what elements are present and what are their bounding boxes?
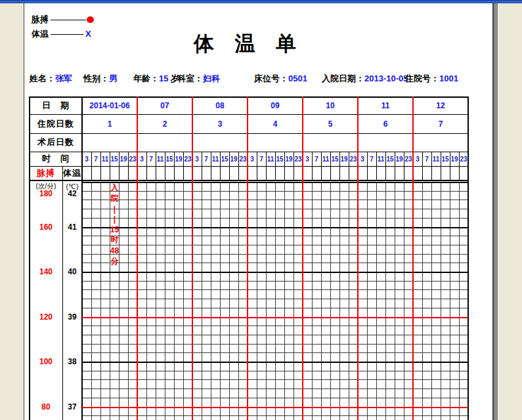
time-cell: 23 bbox=[183, 153, 192, 165]
time-cell: 15 bbox=[385, 153, 395, 165]
hospital-days-row-label: 住院日数 bbox=[30, 114, 82, 133]
time-cell: 7 bbox=[146, 153, 156, 165]
time-cell: 3 bbox=[413, 153, 422, 165]
grid-hline bbox=[82, 308, 468, 308]
grid-hline bbox=[82, 398, 468, 398]
grid-hline bbox=[82, 254, 468, 255]
pulse-scale-value: 120 bbox=[30, 312, 62, 322]
time-cell: 11 bbox=[321, 153, 330, 165]
postop-days-cell bbox=[137, 133, 192, 152]
date-cell: 10 bbox=[303, 96, 358, 114]
admission-note-char: 15 bbox=[110, 225, 120, 235]
patient-field-value: 男 bbox=[109, 74, 118, 83]
reference-red-line bbox=[82, 407, 468, 408]
date-cell: 12 bbox=[413, 96, 468, 114]
patient-field-value: 2013-10-05 bbox=[364, 74, 408, 83]
time-cell: 23 bbox=[459, 153, 468, 165]
date-cell: 08 bbox=[192, 96, 248, 114]
time-cell: 15 bbox=[441, 153, 450, 165]
grid-hline bbox=[82, 262, 468, 263]
time-cell: 23 bbox=[404, 153, 413, 165]
time-cell: 15 bbox=[110, 153, 119, 165]
patient-field-label: 科室： bbox=[177, 74, 203, 83]
patient-field-value: 0501 bbox=[288, 74, 307, 83]
day-divider-red-line bbox=[357, 96, 359, 420]
pulse-scale-value: 180 bbox=[30, 189, 62, 198]
hospital-days-cell: 6 bbox=[358, 114, 413, 133]
patient-field: 姓名：张军 bbox=[30, 73, 72, 85]
time-cell: 7 bbox=[422, 153, 431, 165]
time-cell: 19 bbox=[284, 153, 294, 165]
hospital-days-cell: 1 bbox=[82, 114, 137, 133]
date-row-label: 日 期 bbox=[30, 96, 82, 114]
time-cell: 3 bbox=[192, 153, 202, 165]
pulse-scale-value: 140 bbox=[30, 267, 62, 276]
pulse-marker-icon bbox=[87, 16, 94, 23]
temp-scale-value: 38 bbox=[62, 357, 82, 366]
pulse-temp-divider bbox=[62, 166, 63, 420]
legend-pulse-line bbox=[51, 20, 86, 20]
time-cell: 11 bbox=[266, 153, 275, 165]
temp-scale-value: 37 bbox=[62, 402, 82, 411]
admission-note-char: 48 bbox=[110, 246, 120, 256]
time-cell: 11 bbox=[211, 153, 220, 165]
degree-bold-line bbox=[82, 182, 468, 183]
reference-red-line bbox=[82, 317, 468, 318]
grid-hline bbox=[82, 379, 468, 380]
degree-bold-line bbox=[82, 272, 468, 273]
time-cell: 7 bbox=[202, 153, 211, 165]
patient-field: 住院号：1001 bbox=[405, 73, 458, 85]
hospital-days-cell: 3 bbox=[192, 114, 248, 133]
grid-hline bbox=[82, 352, 468, 353]
patient-field-label: 入院日期： bbox=[322, 74, 364, 83]
temperature-sheet-window: 脉搏 体温 X 体 温 单 姓名：张军性别：男年龄：15 岁科室：妇科床位号：0… bbox=[0, 0, 522, 420]
grid-hline bbox=[82, 200, 468, 200]
degree-bold-line bbox=[82, 227, 468, 228]
time-cell: 19 bbox=[339, 153, 349, 165]
legend-pulse-label: 脉搏 bbox=[32, 14, 49, 26]
grid-hline bbox=[82, 388, 468, 389]
patient-field-label: 姓名： bbox=[30, 74, 55, 83]
time-cell: 19 bbox=[229, 153, 238, 165]
patient-field: 入院日期：2013-10-05 bbox=[322, 73, 408, 85]
postop-days-cell bbox=[192, 133, 248, 152]
date-cell: 09 bbox=[248, 96, 303, 114]
patient-field-label: 性别： bbox=[83, 74, 109, 83]
postop-days-cell bbox=[82, 133, 137, 152]
time-cell: 19 bbox=[119, 153, 128, 165]
patient-field: 性别：男 bbox=[83, 73, 118, 85]
degree-bold-line bbox=[82, 362, 468, 363]
patient-field-value: 妇科 bbox=[203, 74, 220, 83]
time-row-label: 时 间 bbox=[30, 152, 82, 166]
postop-days-cell bbox=[303, 133, 358, 152]
patient-field-label: 住院号： bbox=[405, 74, 439, 83]
time-cell: 23 bbox=[128, 153, 137, 165]
time-cell: 23 bbox=[349, 153, 358, 165]
time-cell: 11 bbox=[431, 153, 441, 165]
admission-note-char: 时 bbox=[110, 235, 120, 245]
time-cell: 15 bbox=[165, 153, 174, 165]
admission-note-char: 入 bbox=[110, 183, 120, 193]
time-cell: 7 bbox=[312, 153, 321, 165]
grid-hline bbox=[82, 191, 468, 192]
time-cell: 3 bbox=[137, 153, 146, 165]
day-divider-red-line bbox=[137, 96, 138, 420]
time-cell: 3 bbox=[82, 153, 91, 165]
pulse-scale-value: 80 bbox=[30, 402, 62, 411]
patient-field-value: 15 bbox=[159, 74, 168, 83]
hospital-days-cell: 2 bbox=[137, 114, 192, 133]
date-cell: 07 bbox=[137, 96, 192, 114]
header-row-border bbox=[30, 166, 468, 167]
grid-hline bbox=[82, 245, 468, 245]
postop-days-cell bbox=[248, 133, 303, 152]
time-cell: 11 bbox=[156, 153, 165, 165]
time-cell: 23 bbox=[294, 153, 303, 165]
time-cell: 19 bbox=[450, 153, 459, 165]
day-divider-red-line bbox=[412, 96, 414, 420]
temp-scale-value: 41 bbox=[62, 222, 82, 232]
postop-days-cell bbox=[358, 133, 413, 152]
time-cell: 11 bbox=[100, 153, 110, 165]
hospital-days-cell: 7 bbox=[413, 114, 468, 133]
sheet-layer: 脉搏 体温 X 体 温 单 姓名：张军性别：男年龄：15 岁科室：妇科床位号：0… bbox=[0, 0, 522, 420]
grid-hline bbox=[82, 371, 468, 371]
